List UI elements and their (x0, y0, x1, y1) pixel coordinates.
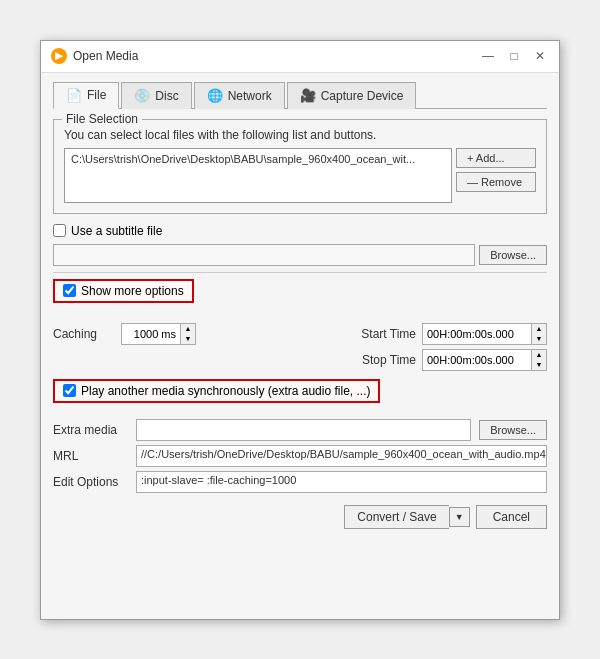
edit-options-row: Edit Options :input-slave= :file-caching… (53, 471, 547, 493)
file-path-text: C:\Users\trish\OneDrive\Desktop\BABU\sam… (71, 153, 415, 165)
start-time-input[interactable] (422, 323, 532, 345)
stop-time-label: Stop Time (356, 353, 416, 367)
tab-disc-label: Disc (155, 89, 178, 103)
remove-button[interactable]: — Remove (456, 172, 536, 192)
subtitle-browse-button[interactable]: Browse... (479, 245, 547, 265)
show-more-checkbox[interactable] (63, 284, 76, 297)
show-more-box: Show more options (53, 279, 194, 303)
mrl-value: //C:/Users/trish/OneDrive/Desktop/BABU/s… (136, 445, 547, 467)
stop-time-down[interactable]: ▼ (532, 360, 546, 370)
minimize-button[interactable]: — (479, 47, 497, 65)
cancel-button[interactable]: Cancel (476, 505, 547, 529)
file-row: C:\Users\trish\OneDrive\Desktop\BABU\sam… (64, 148, 536, 203)
convert-save-button[interactable]: Convert / Save (344, 505, 448, 529)
start-time-arrows: ▲ ▼ (532, 323, 547, 345)
stop-time-up[interactable]: ▲ (532, 350, 546, 360)
show-more-label[interactable]: Show more options (63, 284, 184, 298)
network-tab-icon: 🌐 (207, 88, 223, 103)
mrl-row: MRL //C:/Users/trish/OneDrive/Desktop/BA… (53, 445, 547, 467)
tab-disc[interactable]: 💿 Disc (121, 82, 191, 109)
window-title: Open Media (73, 49, 138, 63)
extra-media-browse-button[interactable]: Browse... (479, 420, 547, 440)
stop-time-arrows: ▲ ▼ (532, 349, 547, 371)
subtitle-checkbox-label[interactable]: Use a subtitle file (53, 224, 162, 238)
caching-label: Caching (53, 327, 113, 341)
tab-network-label: Network (228, 89, 272, 103)
convert-save-arrow[interactable]: ▼ (449, 507, 470, 527)
file-buttons: + Add... — Remove (456, 148, 536, 203)
mrl-label: MRL (53, 449, 128, 463)
caching-arrows: ▲ ▼ (181, 323, 196, 345)
close-button[interactable]: ✕ (531, 47, 549, 65)
maximize-button[interactable]: □ (505, 47, 523, 65)
play-another-text: Play another media synchronously (extra … (81, 384, 370, 398)
titlebar-left: ▶ Open Media (51, 48, 138, 64)
subtitle-file-input[interactable] (53, 244, 475, 266)
open-media-dialog: ▶ Open Media — □ ✕ 📄 File 💿 Disc 🌐 Netwo… (40, 40, 560, 620)
tab-file-label: File (87, 88, 106, 102)
subtitle-checkbox[interactable] (53, 224, 66, 237)
caching-up-arrow[interactable]: ▲ (181, 324, 195, 334)
stop-time-spinner: ▲ ▼ (422, 349, 547, 371)
extra-media-row: Extra media Browse... (53, 419, 547, 441)
add-button[interactable]: + Add... (456, 148, 536, 168)
bottom-bar: Convert / Save ▼ Cancel (53, 497, 547, 529)
extra-media-label: Extra media (53, 423, 128, 437)
file-selection-group-label: File Selection (62, 112, 142, 126)
tab-capture[interactable]: 🎥 Capture Device (287, 82, 417, 109)
stop-time-input[interactable] (422, 349, 532, 371)
titlebar-controls: — □ ✕ (479, 47, 549, 65)
dialog-content: 📄 File 💿 Disc 🌐 Network 🎥 Capture Device… (41, 73, 559, 541)
caching-time-row: Caching ▲ ▼ Start Time ▲ ▼ (53, 323, 547, 371)
subtitle-browse-row: Browse... (53, 244, 547, 266)
start-time-up[interactable]: ▲ (532, 324, 546, 334)
edit-options-label: Edit Options (53, 475, 128, 489)
convert-save-group: Convert / Save ▼ (344, 505, 469, 529)
capture-tab-icon: 🎥 (300, 88, 316, 103)
caching-spinner: ▲ ▼ (121, 323, 196, 345)
file-tab-icon: 📄 (66, 88, 82, 103)
start-time-spinner: ▲ ▼ (422, 323, 547, 345)
subtitle-label-text: Use a subtitle file (71, 224, 162, 238)
disc-tab-icon: 💿 (134, 88, 150, 103)
show-more-wrapper: Show more options (53, 279, 547, 313)
caching-input[interactable] (121, 323, 181, 345)
edit-options-value[interactable]: :input-slave= :file-caching=1000 (136, 471, 547, 493)
vlc-icon: ▶ (51, 48, 67, 64)
play-another-box: Play another media synchronously (extra … (53, 379, 380, 403)
tab-network[interactable]: 🌐 Network (194, 82, 285, 109)
extra-media-input[interactable] (136, 419, 471, 441)
caching-section: Caching ▲ ▼ (53, 323, 196, 345)
tab-capture-label: Capture Device (321, 89, 404, 103)
subtitle-checkbox-row: Use a subtitle file (53, 224, 547, 238)
start-time-label: Start Time (356, 327, 416, 341)
file-selection-description: You can select local files with the foll… (64, 128, 536, 142)
show-more-text: Show more options (81, 284, 184, 298)
tab-file[interactable]: 📄 File (53, 82, 119, 109)
start-time-row: Start Time ▲ ▼ (356, 323, 547, 345)
titlebar: ▶ Open Media — □ ✕ (41, 41, 559, 73)
caching-down-arrow[interactable]: ▼ (181, 334, 195, 344)
tab-bar: 📄 File 💿 Disc 🌐 Network 🎥 Capture Device (53, 81, 547, 109)
play-another-label[interactable]: Play another media synchronously (extra … (63, 384, 370, 398)
play-another-checkbox[interactable] (63, 384, 76, 397)
file-list-area[interactable]: C:\Users\trish\OneDrive\Desktop\BABU\sam… (64, 148, 452, 203)
file-selection-group: File Selection You can select local file… (53, 119, 547, 214)
time-section: Start Time ▲ ▼ Stop Time ▲ (356, 323, 547, 371)
separator1 (53, 272, 547, 273)
start-time-down[interactable]: ▼ (532, 334, 546, 344)
stop-time-row: Stop Time ▲ ▼ (356, 349, 547, 371)
play-another-wrapper: Play another media synchronously (extra … (53, 379, 547, 411)
